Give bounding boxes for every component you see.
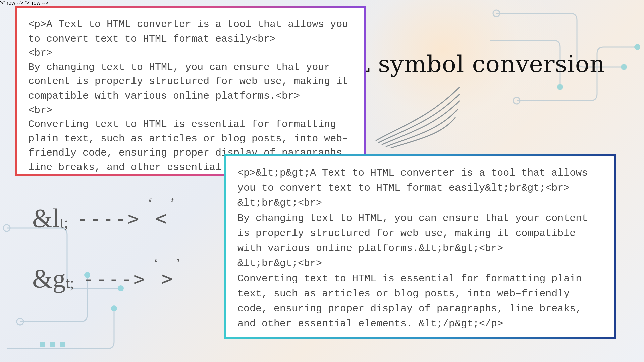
arrow-icon: ----> (83, 268, 146, 290)
svg-rect-12 (60, 342, 65, 347)
svg-point-8 (17, 318, 23, 325)
output-escaped-box: <p>&lt;p&gt;A Text to HTML converter is … (224, 154, 616, 339)
svg-point-1 (621, 64, 627, 70)
entity-code-gt: &g t; (32, 265, 74, 292)
entity-row-gt: &g t; ----> ‘ > ’ (32, 265, 179, 292)
input-html-box: <p>A Text to HTML converter is a tool th… (15, 6, 366, 176)
arrow-icon: ----> (77, 207, 141, 229)
svg-rect-11 (50, 342, 55, 347)
slide-stage: HTML symbol conversion <p>A Text to HTML… (0, 0, 644, 362)
svg-point-4 (634, 44, 640, 50)
entity-row-lt: &l t; ----> ‘ < ’ (32, 205, 173, 231)
svg-point-2 (557, 84, 563, 90)
svg-rect-10 (40, 342, 45, 347)
svg-point-0 (493, 10, 500, 17)
svg-point-5 (3, 225, 10, 231)
entity-code-lt: &l t; (32, 205, 68, 231)
svg-point-3 (513, 97, 520, 104)
entity-result-lt: ‘ < ’ (149, 207, 173, 230)
wing-flourish (372, 84, 466, 151)
entity-result-gt: ‘ > ’ (155, 267, 179, 290)
svg-point-9 (111, 305, 117, 311)
